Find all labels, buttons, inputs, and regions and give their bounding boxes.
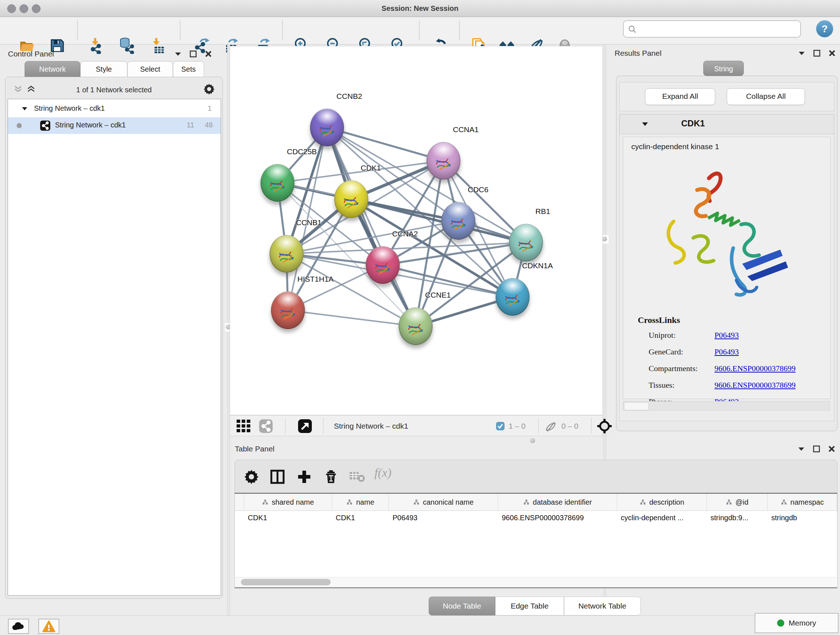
crosslink-link[interactable]: 9606.ENSP00000378699	[714, 364, 796, 373]
network-node-CCNB1[interactable]	[270, 235, 303, 272]
network-node-CDKN1A[interactable]	[496, 278, 530, 316]
column-header-canonical-name[interactable]: canonical name	[389, 494, 498, 510]
selected-checkbox-icon[interactable]	[496, 422, 505, 431]
panel-float-icon[interactable]	[813, 50, 821, 57]
control-panel-buttons	[174, 50, 212, 57]
column-header-label: database identifier	[533, 498, 592, 507]
network-node-CCNA2[interactable]	[366, 246, 400, 284]
node-table[interactable]: shared namenamecanonical namedatabase id…	[234, 493, 837, 588]
tree-expander-icon[interactable]	[22, 106, 27, 111]
network-node-CDC6[interactable]	[441, 202, 475, 240]
network-canvas[interactable]: CCNB2CCNA1CDC25BCDK1CDC6RB1CCNB1CCNA2CDK…	[230, 46, 603, 415]
collapse-all-button[interactable]: Collapse All	[727, 88, 805, 105]
network-node-CCNB2[interactable]	[310, 109, 344, 146]
protein-ribbon-thumb	[265, 173, 290, 196]
tab-node-table[interactable]: Node Table	[429, 597, 495, 616]
protein-structure-image	[649, 163, 801, 304]
panel-menu-icon[interactable]	[174, 51, 182, 57]
network-tree: String Network – cdk1 1 String Network –…	[8, 99, 221, 595]
network-edge[interactable]	[327, 127, 416, 326]
results-actions-box: Expand All Collapse All	[619, 82, 834, 111]
column-header-label: description	[649, 498, 684, 507]
crosslinks-title: CrossLinks	[638, 315, 680, 325]
panel-float-icon[interactable]	[813, 445, 820, 453]
table-cell[interactable]: 9606.ENSP00000378699	[498, 510, 617, 526]
column-header-description[interactable]: description	[617, 494, 707, 510]
table-cell[interactable]: stringdb	[767, 510, 837, 526]
protein-ribbon-thumb	[513, 233, 538, 256]
panel-close-icon[interactable]	[205, 50, 212, 57]
panel-close-icon[interactable]	[829, 50, 836, 57]
column-header-name[interactable]: name	[332, 494, 389, 510]
tab-sets[interactable]: Sets	[173, 61, 204, 77]
tab-select[interactable]: Select	[127, 61, 173, 77]
help-button[interactable]: ?	[816, 20, 833, 37]
column-header-namespac[interactable]: namespac	[767, 494, 837, 510]
statusbar-divider	[591, 418, 592, 434]
network-collection-row[interactable]: String Network – cdk1 1	[8, 101, 221, 117]
network-node-HIST1H1A[interactable]	[271, 291, 305, 329]
column-header-shared-name[interactable]: shared name	[244, 494, 332, 510]
column-type-icon	[346, 499, 353, 505]
crosslink-link[interactable]: 9606.ENSP00000378699	[714, 380, 796, 390]
network-node-CCNA1[interactable]	[426, 142, 461, 180]
panel-float-icon[interactable]	[189, 50, 197, 57]
title-bar: Session: New Session	[0, 0, 840, 17]
cloud-status-button[interactable]	[8, 619, 29, 634]
delete-column-icon[interactable]	[323, 469, 339, 485]
table-cell[interactable]: P06493	[389, 510, 498, 526]
column-header-label: @id	[736, 498, 748, 507]
network-view-toolbar: String Network – cdk1 1 – 0 0 – 0	[230, 415, 603, 436]
crosslink-link[interactable]: P06493	[714, 331, 739, 340]
table-cell[interactable]: CDK1	[244, 510, 332, 526]
column-type-icon	[781, 499, 787, 505]
show-columns-icon[interactable]	[270, 469, 286, 485]
tab-edge-table[interactable]: Edge Table	[495, 597, 564, 616]
grid-view-icon[interactable]	[236, 419, 251, 433]
crosslink-label: GeneCard:	[649, 347, 683, 356]
crosslink-row: Tissues:	[649, 380, 674, 390]
table-cell[interactable]: CDK1	[332, 510, 389, 526]
birds-eye-toggle-icon[interactable]	[298, 419, 312, 433]
panel-menu-icon[interactable]	[798, 447, 805, 451]
crosslink-link[interactable]: P06493	[714, 347, 739, 356]
panel-menu-icon[interactable]	[798, 51, 805, 56]
column-header-database-identifier[interactable]: database identifier	[498, 494, 617, 510]
network-node-RB1[interactable]	[509, 224, 543, 261]
tab-string[interactable]: String	[703, 61, 744, 76]
table-settings-gear-icon[interactable]	[243, 469, 259, 485]
table-cell[interactable]: cyclin-dependent ...	[617, 510, 707, 526]
network-edge[interactable]	[288, 310, 416, 326]
protein-ribbon-thumb	[431, 150, 456, 174]
memory-button[interactable]: Memory	[755, 613, 838, 633]
tab-network[interactable]: Network	[25, 61, 80, 77]
warning-icon	[42, 620, 56, 632]
tab-network-table[interactable]: Network Table	[564, 597, 641, 616]
warnings-button[interactable]	[38, 619, 59, 634]
network-node-CDC25B[interactable]	[261, 164, 294, 202]
search-input[interactable]	[641, 22, 798, 35]
table-hscroll-thumb[interactable]	[241, 579, 331, 585]
gene-section-header[interactable]: CDK1	[620, 114, 834, 134]
column-header--id[interactable]: @id	[707, 494, 767, 510]
memory-status-dot	[777, 619, 784, 627]
results-hscrollbar[interactable]	[623, 401, 830, 410]
network-node-CDK1[interactable]	[334, 180, 368, 218]
panel-close-icon[interactable]	[828, 445, 835, 453]
add-column-icon[interactable]	[296, 469, 312, 485]
protein-ribbon-thumb	[500, 287, 525, 310]
tab-style[interactable]: Style	[80, 61, 127, 77]
table-row[interactable]: CDK1CDK1P064939606.ENSP00000378699cyclin…	[235, 510, 837, 526]
expand-all-button[interactable]: Expand All	[645, 88, 715, 105]
network-options-gear-icon[interactable]	[203, 83, 215, 95]
network-node-CCNE1[interactable]	[399, 307, 433, 345]
node-label-CCNA2: CCNA2	[392, 230, 418, 238]
column-header-label: shared name	[272, 498, 314, 507]
network-row-selected[interactable]: String Network – cdk1 11 48	[8, 117, 221, 134]
table-cell[interactable]: stringdb:9...	[707, 510, 767, 526]
table-hscrollbar[interactable]	[235, 577, 836, 587]
section-collapse-icon[interactable]	[641, 122, 649, 127]
results-hscroll-thumb[interactable]	[624, 402, 649, 410]
share-view-gray-icon[interactable]	[259, 419, 273, 433]
search-box[interactable]	[623, 20, 801, 38]
